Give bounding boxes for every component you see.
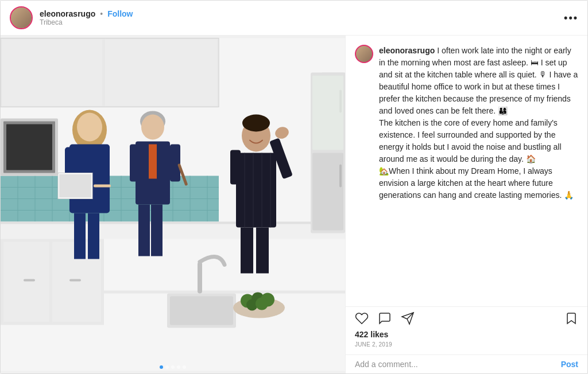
svg-rect-25	[1, 222, 345, 239]
comment-input[interactable]	[355, 360, 556, 369]
svg-rect-50	[97, 147, 109, 188]
svg-rect-52	[94, 185, 111, 188]
svg-rect-80	[312, 153, 343, 231]
like-button[interactable]	[355, 311, 369, 325]
svg-rect-41	[24, 279, 35, 282]
svg-rect-56	[88, 213, 99, 259]
dot-1	[160, 365, 163, 369]
svg-rect-82	[339, 165, 342, 188]
svg-rect-30	[170, 297, 233, 325]
share-button[interactable]	[401, 311, 415, 325]
comment-input-area: Post	[346, 354, 587, 373]
post-container: eleonorasrugo • Follow Tribeca •••	[0, 0, 588, 374]
dot-5	[183, 365, 186, 369]
share-icon	[401, 311, 415, 325]
post-comment-button[interactable]: Post	[561, 360, 578, 369]
svg-rect-61	[130, 145, 140, 182]
svg-rect-28	[104, 291, 345, 294]
more-options-button[interactable]: •••	[564, 12, 578, 24]
svg-rect-74	[230, 150, 241, 185]
svg-rect-83	[312, 76, 343, 150]
photo-dots	[160, 365, 186, 369]
svg-point-67	[242, 115, 270, 132]
svg-point-37	[256, 298, 268, 310]
bookmark-button[interactable]	[564, 311, 578, 325]
actions-bar: 422 likes June 2, 2019	[346, 306, 587, 354]
svg-rect-54	[59, 174, 91, 198]
svg-rect-31	[198, 262, 202, 294]
header-username[interactable]: eleonorasrugo	[40, 9, 95, 18]
likes-count: 422 likes	[355, 330, 578, 339]
caption-username[interactable]: eleonorasrugo	[379, 46, 435, 55]
bookmark-icon	[564, 311, 578, 325]
svg-rect-45	[6, 124, 52, 170]
post-body: eleonorasrugoI often work late into the …	[1, 36, 587, 373]
svg-rect-65	[151, 205, 163, 256]
svg-rect-4	[105, 40, 217, 106]
comment-icon	[378, 311, 392, 325]
header-info: eleonorasrugo • Follow Tribeca	[40, 9, 133, 26]
svg-rect-26	[1, 222, 345, 224]
svg-rect-76	[241, 228, 253, 274]
svg-point-47	[77, 113, 102, 142]
caption-avatar[interactable]	[355, 45, 373, 63]
svg-rect-77	[256, 228, 269, 274]
svg-rect-3	[2, 40, 102, 106]
svg-rect-64	[138, 205, 150, 256]
post-header: eleonorasrugo • Follow Tribeca •••	[1, 1, 587, 36]
svg-rect-55	[74, 213, 86, 259]
header-actions: •••	[564, 12, 578, 24]
caption-block: eleonorasrugoI often work late into the …	[355, 45, 578, 201]
svg-point-58	[141, 115, 164, 140]
header-location: Tribeca	[40, 18, 133, 26]
follow-button[interactable]: Follow	[107, 9, 133, 18]
header-left: eleonorasrugo • Follow Tribeca	[10, 6, 564, 29]
photo-section	[1, 36, 345, 373]
dot-3	[171, 365, 175, 369]
profile-avatar-header[interactable]	[10, 6, 33, 29]
caption-text: eleonorasrugoI often work late into the …	[379, 45, 578, 201]
follow-dot: •	[100, 9, 103, 18]
caption-area: eleonorasrugoI often work late into the …	[346, 36, 587, 306]
dot-4	[177, 365, 180, 369]
comment-button[interactable]	[378, 311, 392, 325]
heart-icon	[355, 311, 369, 325]
post-date: June 2, 2019	[355, 341, 578, 348]
svg-rect-62	[170, 145, 180, 182]
right-panel: eleonorasrugoI often work late into the …	[345, 36, 587, 373]
svg-rect-42	[69, 279, 81, 282]
action-icons	[355, 311, 578, 325]
svg-rect-60	[149, 145, 157, 179]
svg-rect-39	[3, 242, 49, 322]
caption-body: I often work late into the night or earl…	[379, 46, 578, 200]
dot-2	[165, 365, 169, 369]
